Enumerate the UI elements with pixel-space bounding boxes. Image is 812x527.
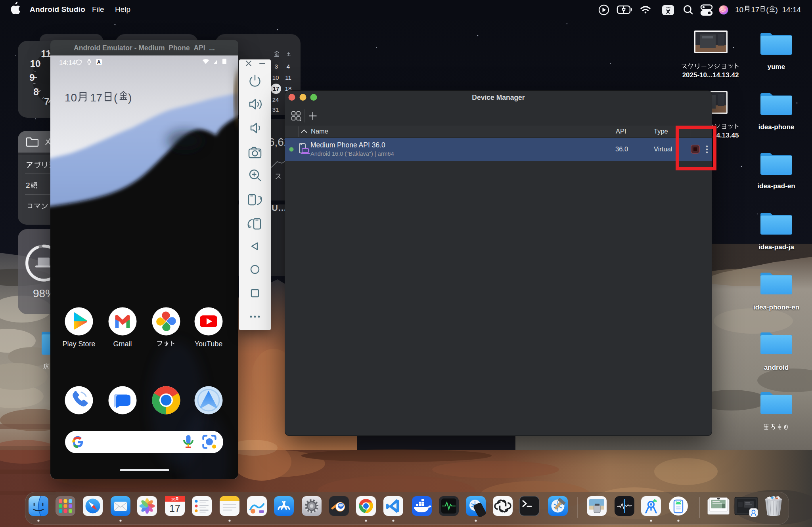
svg-text:A: A — [97, 59, 101, 65]
svg-text:YouTube: YouTube — [195, 340, 223, 348]
svg-text:17: 17 — [90, 92, 102, 104]
svg-text:3: 3 — [275, 63, 278, 70]
svg-text:11: 11 — [41, 48, 51, 59]
svg-text:14:14: 14:14 — [59, 59, 76, 67]
svg-text:Play Store: Play Store — [62, 340, 95, 348]
svg-text:17: 17 — [273, 85, 280, 92]
svg-text:24: 24 — [272, 96, 279, 103]
svg-text:11: 11 — [285, 74, 291, 81]
svg-text:): ) — [128, 92, 132, 104]
svg-text:10: 10 — [30, 58, 41, 69]
svg-text:8: 8 — [33, 86, 38, 97]
svg-text:31: 31 — [272, 106, 279, 113]
svg-text:17: 17 — [169, 503, 180, 514]
svg-text:(: ( — [114, 92, 118, 104]
svg-text:10: 10 — [65, 92, 77, 104]
svg-text:4: 4 — [287, 63, 290, 70]
svg-text:9: 9 — [29, 72, 34, 83]
svg-text:10: 10 — [171, 497, 176, 501]
svg-text:Gmail: Gmail — [113, 340, 132, 348]
svg-text:7: 7 — [44, 96, 49, 107]
svg-text:10: 10 — [272, 74, 279, 81]
